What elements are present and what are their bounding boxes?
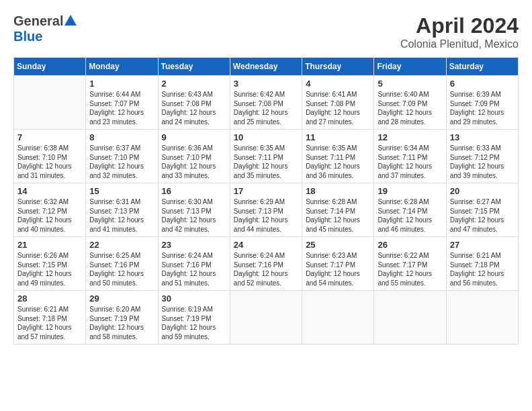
day-cell: 19Sunrise: 6:28 AM Sunset: 7:14 PM Dayli… (374, 183, 446, 237)
day-info: Sunrise: 6:43 AM Sunset: 7:08 PM Dayligh… (162, 90, 226, 126)
day-info: Sunrise: 6:19 AM Sunset: 7:19 PM Dayligh… (162, 305, 226, 341)
day-cell: 4Sunrise: 6:41 AM Sunset: 7:08 PM Daylig… (302, 76, 374, 130)
header: General Blue April 2024 Colonia Plenitud… (13, 13, 519, 50)
day-info: Sunrise: 6:38 AM Sunset: 7:10 PM Dayligh… (17, 144, 82, 180)
day-info: Sunrise: 6:30 AM Sunset: 7:13 PM Dayligh… (162, 197, 226, 234)
day-number: 2 (162, 79, 226, 89)
week-row-1: 1Sunrise: 6:44 AM Sunset: 7:07 PM Daylig… (14, 76, 519, 130)
weekday-header-sunday: Sunday (14, 58, 86, 76)
day-number: 19 (378, 186, 442, 196)
day-cell: 12Sunrise: 6:34 AM Sunset: 7:11 PM Dayli… (374, 130, 446, 183)
day-number: 17 (234, 186, 298, 196)
day-cell: 15Sunrise: 6:31 AM Sunset: 7:13 PM Dayli… (86, 183, 158, 237)
day-info: Sunrise: 6:31 AM Sunset: 7:13 PM Dayligh… (89, 197, 154, 234)
day-cell: 1Sunrise: 6:44 AM Sunset: 7:07 PM Daylig… (86, 76, 158, 130)
calendar-title: April 2024 (400, 13, 519, 38)
day-cell: 22Sunrise: 6:25 AM Sunset: 7:16 PM Dayli… (86, 237, 158, 291)
day-cell: 8Sunrise: 6:37 AM Sunset: 7:10 PM Daylig… (86, 130, 158, 183)
weekday-header-friday: Friday (374, 58, 446, 76)
weekday-header-wednesday: Wednesday (230, 58, 302, 76)
weekday-header-row: SundayMondayTuesdayWednesdayThursdayFrid… (14, 58, 519, 76)
weekday-header-saturday: Saturday (446, 58, 518, 76)
day-cell: 21Sunrise: 6:26 AM Sunset: 7:15 PM Dayli… (14, 237, 86, 291)
day-cell: 18Sunrise: 6:28 AM Sunset: 7:14 PM Dayli… (302, 183, 374, 237)
title-area: April 2024 Colonia Plenitud, Mexico (400, 13, 519, 50)
day-number: 12 (378, 132, 442, 142)
day-cell: 3Sunrise: 6:42 AM Sunset: 7:08 PM Daylig… (230, 76, 302, 130)
day-number: 29 (89, 293, 154, 304)
week-row-2: 7Sunrise: 6:38 AM Sunset: 7:10 PM Daylig… (14, 130, 519, 183)
week-row-3: 14Sunrise: 6:32 AM Sunset: 7:12 PM Dayli… (14, 183, 519, 237)
day-info: Sunrise: 6:29 AM Sunset: 7:13 PM Dayligh… (234, 197, 298, 234)
day-number: 8 (89, 132, 154, 142)
day-info: Sunrise: 6:42 AM Sunset: 7:08 PM Dayligh… (234, 90, 298, 126)
day-info: Sunrise: 6:34 AM Sunset: 7:11 PM Dayligh… (378, 144, 442, 180)
day-info: Sunrise: 6:37 AM Sunset: 7:10 PM Dayligh… (89, 144, 154, 180)
day-number: 4 (306, 79, 370, 89)
day-cell: 20Sunrise: 6:27 AM Sunset: 7:15 PM Dayli… (446, 183, 518, 237)
day-cell: 24Sunrise: 6:24 AM Sunset: 7:16 PM Dayli… (230, 237, 302, 291)
day-number: 9 (162, 132, 226, 142)
day-info: Sunrise: 6:36 AM Sunset: 7:10 PM Dayligh… (162, 144, 226, 180)
day-cell: 2Sunrise: 6:43 AM Sunset: 7:08 PM Daylig… (158, 76, 230, 130)
day-number: 1 (89, 79, 154, 89)
week-row-4: 21Sunrise: 6:26 AM Sunset: 7:15 PM Dayli… (14, 237, 519, 291)
weekday-header-thursday: Thursday (302, 58, 374, 76)
weekday-header-tuesday: Tuesday (158, 58, 230, 76)
day-number: 10 (234, 132, 298, 142)
day-cell: 9Sunrise: 6:36 AM Sunset: 7:10 PM Daylig… (158, 130, 230, 183)
day-number: 21 (17, 240, 82, 250)
day-info: Sunrise: 6:40 AM Sunset: 7:09 PM Dayligh… (378, 90, 442, 126)
day-cell: 6Sunrise: 6:39 AM Sunset: 7:09 PM Daylig… (446, 76, 518, 130)
day-cell: 7Sunrise: 6:38 AM Sunset: 7:10 PM Daylig… (14, 130, 86, 183)
calendar-table: SundayMondayTuesdayWednesdayThursdayFrid… (13, 57, 519, 345)
day-number: 11 (306, 132, 370, 142)
day-info: Sunrise: 6:35 AM Sunset: 7:11 PM Dayligh… (306, 144, 370, 180)
logo-general-text: General (13, 13, 63, 29)
day-number: 22 (89, 240, 154, 250)
day-cell: 28Sunrise: 6:21 AM Sunset: 7:18 PM Dayli… (14, 291, 86, 345)
day-number: 3 (234, 79, 298, 89)
day-info: Sunrise: 6:21 AM Sunset: 7:18 PM Dayligh… (17, 305, 82, 341)
day-cell (374, 291, 446, 345)
day-number: 13 (450, 132, 515, 142)
day-cell: 30Sunrise: 6:19 AM Sunset: 7:19 PM Dayli… (158, 291, 230, 345)
day-info: Sunrise: 6:41 AM Sunset: 7:08 PM Dayligh… (306, 90, 370, 126)
day-info: Sunrise: 6:24 AM Sunset: 7:16 PM Dayligh… (234, 251, 298, 287)
day-number: 16 (162, 186, 226, 196)
day-info: Sunrise: 6:24 AM Sunset: 7:16 PM Dayligh… (162, 251, 226, 287)
day-cell: 26Sunrise: 6:22 AM Sunset: 7:17 PM Dayli… (374, 237, 446, 291)
day-cell (14, 76, 86, 130)
day-cell: 25Sunrise: 6:23 AM Sunset: 7:17 PM Dayli… (302, 237, 374, 291)
weekday-header-monday: Monday (86, 58, 158, 76)
day-number: 18 (306, 186, 370, 196)
logo: General Blue (13, 13, 77, 44)
day-info: Sunrise: 6:28 AM Sunset: 7:14 PM Dayligh… (378, 197, 442, 234)
day-number: 14 (17, 186, 82, 196)
day-info: Sunrise: 6:39 AM Sunset: 7:09 PM Dayligh… (450, 90, 515, 126)
day-info: Sunrise: 6:21 AM Sunset: 7:18 PM Dayligh… (450, 251, 515, 287)
day-number: 23 (162, 240, 226, 250)
day-number: 7 (17, 132, 82, 142)
day-cell: 13Sunrise: 6:33 AM Sunset: 7:12 PM Dayli… (446, 130, 518, 183)
day-number: 30 (162, 293, 226, 304)
day-cell: 11Sunrise: 6:35 AM Sunset: 7:11 PM Dayli… (302, 130, 374, 183)
day-number: 24 (234, 240, 298, 250)
day-number: 26 (378, 240, 442, 250)
day-cell: 17Sunrise: 6:29 AM Sunset: 7:13 PM Dayli… (230, 183, 302, 237)
day-cell (446, 291, 518, 345)
day-info: Sunrise: 6:26 AM Sunset: 7:15 PM Dayligh… (17, 251, 82, 287)
day-number: 27 (450, 240, 515, 250)
day-info: Sunrise: 6:28 AM Sunset: 7:14 PM Dayligh… (306, 197, 370, 234)
day-number: 6 (450, 79, 515, 89)
day-number: 25 (306, 240, 370, 250)
day-info: Sunrise: 6:32 AM Sunset: 7:12 PM Dayligh… (17, 197, 82, 234)
day-cell: 5Sunrise: 6:40 AM Sunset: 7:09 PM Daylig… (374, 76, 446, 130)
day-cell: 23Sunrise: 6:24 AM Sunset: 7:16 PM Dayli… (158, 237, 230, 291)
day-cell: 29Sunrise: 6:20 AM Sunset: 7:19 PM Dayli… (86, 291, 158, 345)
day-info: Sunrise: 6:23 AM Sunset: 7:17 PM Dayligh… (306, 251, 370, 287)
day-info: Sunrise: 6:33 AM Sunset: 7:12 PM Dayligh… (450, 144, 515, 180)
day-number: 28 (17, 293, 82, 304)
day-cell: 16Sunrise: 6:30 AM Sunset: 7:13 PM Dayli… (158, 183, 230, 237)
day-info: Sunrise: 6:25 AM Sunset: 7:16 PM Dayligh… (89, 251, 154, 287)
